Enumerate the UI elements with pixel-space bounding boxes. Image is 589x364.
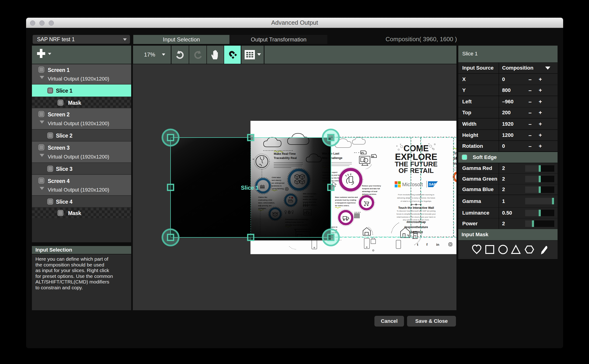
svg-text:forces to simplify, accelerate: forces to simplify, accelerate, and inno…	[396, 213, 436, 215]
svg-text:From revolutionizing sustainab: From revolutionizing sustainable sourcin…	[398, 194, 435, 196]
svg-text:Ease customer worries and: Ease customer worries and	[335, 196, 358, 198]
svg-text:SAP: SAP	[429, 182, 436, 186]
svg-text:in: in	[436, 242, 439, 247]
svg-text:delivering delight to every cu: delivering delight to every customer, th…	[397, 197, 435, 199]
svg-text:footprint and take full: footprint and take full	[362, 188, 380, 190]
svg-text:Reduce your inventory: Reduce your inventory	[362, 185, 381, 187]
svg-text:promote trust by creating: promote trust by creating	[335, 199, 356, 201]
svg-text:Microsoft: Microsoft	[402, 182, 423, 187]
svg-text:delivery services.: delivery services.	[362, 193, 377, 195]
svg-text:Touch the Interactive Wall: Touch the Interactive Wall	[398, 206, 434, 209]
svg-text:Slice 1: Slice 1	[241, 185, 259, 191]
svg-text:#microsoftsap: #microsoftsap	[407, 221, 426, 224]
svg-text:retail business in the cloud–p: retail business in the cloud–place your …	[397, 216, 436, 218]
svg-text:advantage of local: advantage of local	[362, 190, 377, 193]
svg-text:To discover how, Microsoft and: To discover how, Microsoft and SAP are j…	[397, 210, 436, 212]
svg-text:#explorethefuture: #explorethefuture	[404, 226, 428, 229]
svg-text:COME: COME	[403, 143, 429, 153]
svg-text:OF RETAIL: OF RETAIL	[399, 167, 434, 174]
svg-text:of retail is right here at you: of retail is right here at your fingerti…	[401, 200, 432, 202]
svg-text:t: t	[417, 242, 418, 247]
svg-text:a transparent experience: a transparent experience	[335, 202, 356, 204]
svg-text:for online orders.: for online orders.	[335, 205, 349, 207]
